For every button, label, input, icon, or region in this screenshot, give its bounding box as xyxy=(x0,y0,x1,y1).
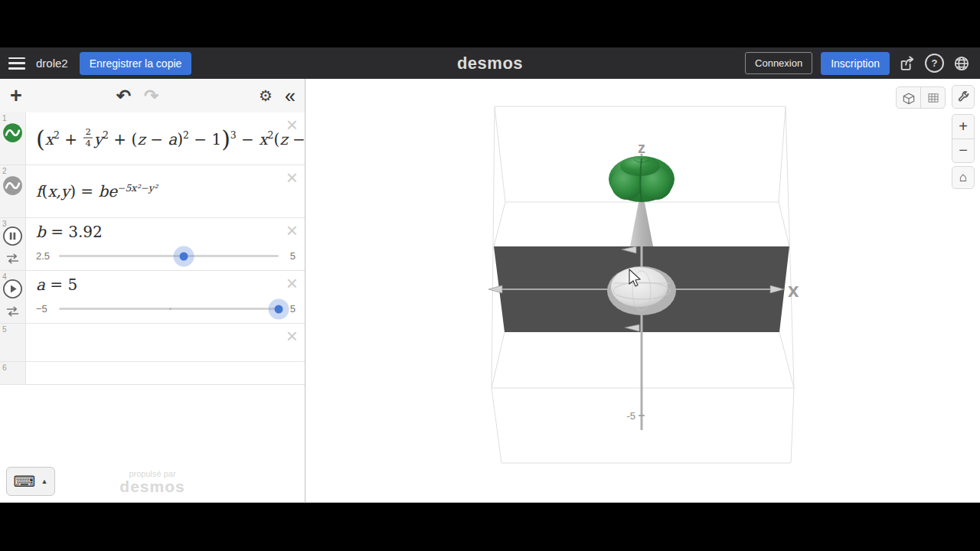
expression-content-2[interactable]: f(x,y) = be−5x²−y² × xyxy=(26,165,305,217)
row-number: 1 xyxy=(2,114,7,122)
slider-track[interactable] xyxy=(59,308,279,310)
redo-icon: ↷ xyxy=(144,87,158,105)
expression-gutter-6[interactable]: 6 xyxy=(0,362,26,384)
x-axis-label: x xyxy=(788,279,799,302)
menu-icon[interactable] xyxy=(8,57,25,70)
close-icon[interactable]: × xyxy=(286,115,298,135)
expression-formula-2[interactable]: f(x,y) = be−5x²−y² xyxy=(36,182,158,201)
collapse-panel-icon[interactable]: « xyxy=(285,86,296,106)
save-copy-button[interactable]: Enregistrer la copie xyxy=(80,52,192,75)
expression-row-2[interactable]: 2 f(x,y) = be−5x²−y² × xyxy=(0,165,305,218)
zoom-out-button[interactable]: − xyxy=(952,139,974,163)
document-title[interactable]: drole2 xyxy=(36,57,68,70)
ellipsoid-surface xyxy=(607,266,676,315)
view-3d-cube-icon[interactable] xyxy=(897,87,920,108)
loop-mode-icon[interactable] xyxy=(5,305,21,318)
expression-content-3[interactable]: b = 3.92 × 2.5 5 xyxy=(26,218,305,270)
slider-handle-a[interactable] xyxy=(275,305,283,313)
help-icon[interactable]: ? xyxy=(925,54,944,73)
header-actions: Connexion Inscription ? xyxy=(745,52,971,75)
header-bar: drole2 Enregistrer la copie desmos Conne… xyxy=(0,47,980,79)
desmos-app: drole2 Enregistrer la copie desmos Conne… xyxy=(0,0,980,551)
x-axis-arrow-left xyxy=(488,285,502,293)
login-button[interactable]: Connexion xyxy=(745,52,812,74)
slider-max-label[interactable]: 5 xyxy=(290,303,296,315)
expression-formula-1[interactable]: (x2 + 24y2 + (z − a)2 − 1)3 − x2(z − a) xyxy=(36,126,305,152)
view-2d-grid-icon[interactable] xyxy=(921,87,945,108)
expression-gutter-4[interactable]: 4 xyxy=(0,271,26,323)
slider-value-a[interactable]: a = 5 xyxy=(36,276,77,294)
loop-mode-icon[interactable] xyxy=(5,252,21,266)
keyboard-icon: ⌨ xyxy=(14,474,36,489)
add-expression-icon[interactable]: + xyxy=(10,86,22,106)
language-globe-icon[interactable] xyxy=(952,54,971,73)
slider-track[interactable] xyxy=(59,255,279,257)
close-icon[interactable]: × xyxy=(286,220,298,240)
row-number: 2 xyxy=(2,167,7,175)
slider-max-label[interactable]: 5 xyxy=(290,250,296,262)
expression-toolbar: + ↶ ↷ ⚙ « xyxy=(0,79,305,113)
expression-row-3[interactable]: 3 b = 3.92 × 2. xyxy=(0,218,305,271)
expression-list: 1 (x2 + 24y2 + (z − a)2 − 1)3 − x2(z − a… xyxy=(0,112,305,385)
expression-content-5[interactable]: × xyxy=(26,324,305,361)
slider-midpoint-tick xyxy=(169,308,172,310)
letterbox-bottom xyxy=(0,502,980,551)
expression-row-6[interactable]: 6 xyxy=(0,362,305,385)
pause-slider-icon[interactable] xyxy=(2,226,23,246)
expression-content-6[interactable] xyxy=(26,362,305,384)
expression-gutter-1[interactable]: 1 xyxy=(0,112,26,165)
expression-content-4[interactable]: a = 5 × −5 5 xyxy=(26,271,305,323)
graph-settings-wrench-icon[interactable] xyxy=(952,85,975,109)
expression-row-1[interactable]: 1 (x2 + 24y2 + (z − a)2 − 1)3 − x2(z − a… xyxy=(0,112,305,165)
zoom-in-button[interactable]: + xyxy=(952,115,974,139)
home-icon: ⌂ xyxy=(959,170,967,185)
slider-min-label[interactable]: 2.5 xyxy=(36,250,50,262)
main-area: + ↶ ↷ ⚙ « 1 (x2 + 24y xyxy=(0,79,980,502)
expression-content-1[interactable]: (x2 + 24y2 + (z − a)2 − 1)3 − x2(z − a) … xyxy=(26,112,305,165)
surface-visibility-icon-gray[interactable] xyxy=(2,175,23,196)
z-axis-lower xyxy=(639,332,645,430)
z-axis-tick-label: -5 xyxy=(626,410,635,422)
settings-gear-icon[interactable]: ⚙ xyxy=(259,88,273,103)
expression-row-4[interactable]: 4 a = 5 × −5 5 xyxy=(0,271,305,324)
slider-handle-b[interactable] xyxy=(180,252,188,260)
desmos-logo: desmos xyxy=(457,54,523,73)
letterbox-top xyxy=(0,0,980,47)
row-number: 6 xyxy=(2,364,7,372)
expression-gutter-2[interactable]: 2 xyxy=(0,165,26,217)
signup-button[interactable]: Inscription xyxy=(821,52,890,75)
graph-canvas[interactable]: z x -5 xyxy=(305,79,980,502)
expression-gutter-5[interactable]: 5 xyxy=(0,324,26,361)
expression-gutter-3[interactable]: 3 xyxy=(0,218,26,270)
z-axis-label: z xyxy=(638,139,645,156)
expression-row-5[interactable]: 5 × xyxy=(0,324,305,362)
row-number: 5 xyxy=(2,325,7,334)
surface-visibility-icon-green[interactable] xyxy=(2,122,23,143)
close-icon[interactable]: × xyxy=(286,273,298,293)
3d-scene: z x -5 xyxy=(305,79,980,502)
zoom-controls: + − xyxy=(952,114,975,163)
undo-icon[interactable]: ↶ xyxy=(116,87,131,105)
green-surface xyxy=(609,156,675,202)
home-view-button[interactable]: ⌂ xyxy=(952,166,975,189)
caret-up-icon: ▲ xyxy=(41,478,47,485)
slider-b: 2.5 5 xyxy=(36,249,296,262)
slider-min-label[interactable]: −5 xyxy=(36,303,47,315)
close-icon[interactable]: × xyxy=(286,326,298,346)
share-icon[interactable] xyxy=(898,54,916,73)
show-keyboard-button[interactable]: ⌨ ▲ xyxy=(6,467,55,496)
play-slider-icon[interactable] xyxy=(2,279,23,299)
expression-panel: + ↶ ↷ ⚙ « 1 (x2 + 24y xyxy=(0,79,305,502)
slider-value-b[interactable]: b = 3.92 xyxy=(36,223,103,241)
slider-a: −5 5 xyxy=(36,302,296,315)
view-mode-toggle xyxy=(896,86,946,109)
close-icon[interactable]: × xyxy=(286,168,298,187)
